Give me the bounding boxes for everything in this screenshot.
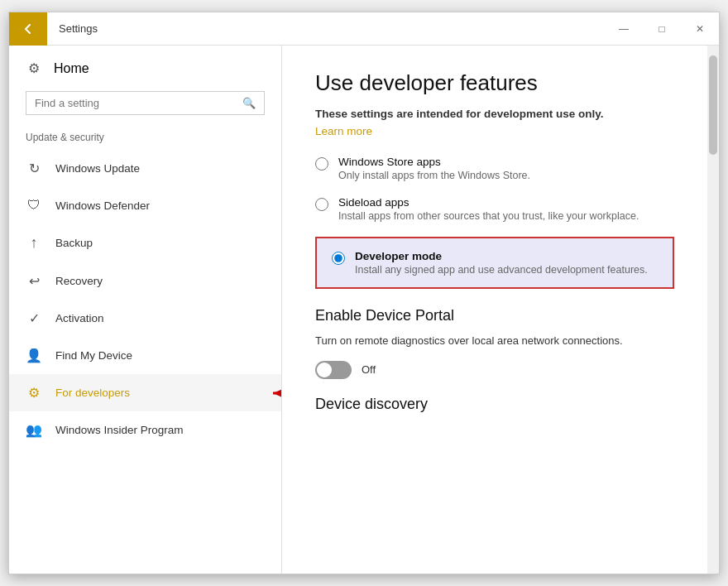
sidebar-item-windows-defender[interactable]: 🛡 Windows Defender xyxy=(9,187,281,223)
windows-defender-icon: 🛡 xyxy=(26,198,42,213)
maximize-button[interactable]: □ xyxy=(643,12,681,46)
device-portal-heading: Enable Device Portal xyxy=(315,307,674,324)
scrollbar-track[interactable] xyxy=(707,46,719,574)
for-developers-icon: ⚙ xyxy=(26,385,42,401)
radio-developer-mode-label: Developer mode xyxy=(355,250,648,262)
search-box[interactable]: 🔍 xyxy=(26,91,265,115)
windows-insider-icon: 👥 xyxy=(26,422,42,438)
radio-windows-store-label: Windows Store apps xyxy=(338,156,530,168)
radio-developer-mode-desc: Install any signed app and use advanced … xyxy=(355,264,648,276)
sidebar-item-label: Recovery xyxy=(55,275,103,287)
content-area: ⚙ Home 🔍 Update & security ↻ Windows Upd… xyxy=(9,46,719,574)
home-icon: ⚙ xyxy=(26,60,42,76)
device-portal-toggle[interactable] xyxy=(315,361,352,379)
window-title: Settings xyxy=(47,22,605,35)
sidebar-item-recovery[interactable]: ↩ Recovery xyxy=(9,262,281,300)
sidebar-item-label: Find My Device xyxy=(55,349,132,362)
main-subtitle: These settings are intended for developm… xyxy=(315,108,674,120)
device-portal-toggle-label: Off xyxy=(362,363,376,376)
page-title: Use developer features xyxy=(315,70,674,96)
windows-update-icon: ↻ xyxy=(26,161,42,176)
minimize-button[interactable]: — xyxy=(605,12,643,46)
learn-more-link[interactable]: Learn more xyxy=(315,125,372,137)
sidebar-item-label: Windows Update xyxy=(55,162,140,175)
sidebar-item-activation[interactable]: ✓ Activation xyxy=(9,300,281,337)
radio-option-sideload: Sideload apps Install apps from other so… xyxy=(315,196,674,222)
find-my-device-icon: 👤 xyxy=(26,348,42,363)
sidebar-item-label: Activation xyxy=(55,312,104,324)
home-label: Home xyxy=(54,61,89,76)
window-controls: — □ ✕ xyxy=(605,12,719,46)
developer-mode-box: Developer mode Install any signed app an… xyxy=(315,237,674,289)
sidebar-item-windows-insider[interactable]: 👥 Windows Insider Program xyxy=(9,411,281,449)
settings-window: Settings — □ ✕ ⚙ Home 🔍 Update & securit… xyxy=(8,12,720,574)
sidebar-item-label: Windows Defender xyxy=(55,199,150,212)
sidebar-section-label: Update & security xyxy=(9,128,281,150)
titlebar: Settings — □ ✕ xyxy=(9,12,719,46)
main-content: Use developer features These settings ar… xyxy=(282,46,707,574)
sidebar: ⚙ Home 🔍 Update & security ↻ Windows Upd… xyxy=(9,46,282,574)
activation-icon: ✓ xyxy=(26,310,42,326)
radio-sideload-desc: Install apps from other sources that you… xyxy=(338,210,639,222)
scrollbar-thumb[interactable] xyxy=(709,55,717,155)
radio-sideload[interactable] xyxy=(315,198,328,211)
sidebar-item-label: Windows Insider Program xyxy=(55,424,184,436)
radio-sideload-label: Sideload apps xyxy=(338,196,639,209)
sidebar-item-home[interactable]: ⚙ Home xyxy=(9,46,281,91)
search-icon: 🔍 xyxy=(242,97,256,109)
radio-windows-store[interactable] xyxy=(315,157,328,171)
radio-windows-store-desc: Only install apps from the Windows Store… xyxy=(338,170,530,181)
sidebar-item-windows-update[interactable]: ↻ Windows Update xyxy=(9,150,281,187)
back-button[interactable] xyxy=(9,12,47,46)
sidebar-item-for-developers[interactable]: ⚙ For developers xyxy=(9,374,281,411)
device-portal-desc: Turn on remote diagnostics over local ar… xyxy=(315,333,674,349)
annotation-arrow xyxy=(265,377,282,410)
sidebar-item-find-my-device[interactable]: 👤 Find My Device xyxy=(9,337,281,374)
recovery-icon: ↩ xyxy=(26,273,42,289)
sidebar-item-label: For developers xyxy=(55,387,130,399)
device-discovery-heading: Device discovery xyxy=(315,396,674,413)
sidebar-item-backup[interactable]: ↑ Backup xyxy=(9,223,281,262)
radio-option-windows-store: Windows Store apps Only install apps fro… xyxy=(315,156,674,181)
search-input[interactable] xyxy=(35,97,236,109)
backup-icon: ↑ xyxy=(26,234,42,252)
close-button[interactable]: ✕ xyxy=(681,12,719,46)
radio-developer-mode[interactable] xyxy=(332,252,345,265)
sidebar-item-label: Backup xyxy=(55,237,93,249)
device-portal-toggle-row: Off xyxy=(315,361,674,379)
